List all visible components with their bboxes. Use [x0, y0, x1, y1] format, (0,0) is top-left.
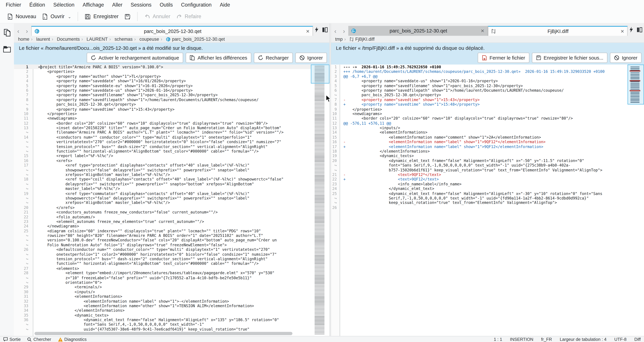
ignore-button-right[interactable]: Ignorer: [610, 53, 642, 63]
crumb-coupeuse[interactable]: coupeuse: [134, 37, 160, 42]
code-line: 25 <dynamic_elmt_text frame="false" Hali…: [331, 191, 644, 196]
ignore-icon: [614, 55, 619, 61]
code-line: 10 <newdiagrams>: [331, 111, 644, 116]
save-file-as-button[interactable]: Enregistrer le fichier sous...: [532, 53, 608, 63]
pane-splitter[interactable]: [329, 23, 331, 336]
tab-title: FjBjKI.diff: [498, 29, 618, 34]
left-editor-view[interactable]: 1<project title="Armoire PARC A BOIS" ve…: [14, 65, 329, 336]
crumb-diff-file[interactable]: FjBjKI.diff: [344, 37, 375, 42]
tab-parc-bois-right[interactable]: parc_bois_2025-12-30.qet ✕: [348, 26, 488, 36]
code-line: ↪ uuid="{477d5307-38e6-48f9-9c41-7ee6cad…: [14, 327, 329, 331]
code-line: 26: [331, 205, 644, 210]
highlighting-mode[interactable]: Diff: [634, 337, 641, 342]
diff-file-icon: [350, 37, 354, 41]
ignore-button-left[interactable]: Ignorer: [295, 53, 327, 63]
code-line: ↪ tension_protocol="" bus="" dash-size="…: [14, 257, 329, 261]
history-forward-button[interactable]: ›: [22, 26, 31, 36]
minimap-viewport[interactable]: [628, 65, 644, 104]
search-toggle[interactable]: Chercher: [27, 337, 51, 342]
close-file-button[interactable]: Fermer le fichier: [478, 53, 529, 63]
crumb-tmp[interactable]: tmp: [334, 37, 344, 42]
code-line: 6 <property name="savedfilepath" show="1…: [331, 88, 644, 93]
crumb-schemas[interactable]: schemas: [108, 37, 134, 42]
crumb-file[interactable]: parc_bois_2025-12-30.qet: [160, 37, 226, 42]
history-back-button[interactable]: ‹: [331, 26, 340, 36]
redo-button[interactable]: Refaire: [173, 12, 204, 21]
right-editor-view[interactable]: 1--- -» 2026-01-16 15:49:25.762922650 +0…: [331, 65, 644, 336]
code-line: 9 <property name="savedtime" show="1">15…: [14, 107, 329, 111]
open-dropdown-chevron[interactable]: ⌄: [68, 14, 72, 19]
output-toggle[interactable]: Sortie: [3, 337, 21, 342]
code-line: 22 <folio_autonums/>: [14, 215, 329, 219]
documents-toolview-icon[interactable]: [3, 29, 11, 37]
reload-button[interactable]: Recharger: [254, 53, 293, 63]
show-diff-button[interactable]: Afficher les différences: [186, 53, 251, 63]
save-button[interactable]: Enregistrer: [82, 12, 122, 21]
menu-outils[interactable]: Outils: [156, 0, 177, 10]
crumb-documents[interactable]: Documents: [51, 37, 81, 42]
crumb-LAURENT[interactable]: LAURENT: [81, 37, 108, 42]
tab-parc-bois-left[interactable]: parc_bois_2025-12-30.qet ✕: [31, 26, 313, 36]
menu-configuration[interactable]: Configuration: [177, 0, 216, 10]
right-disk-change-notification: Le fichier « /tmp/FjBjKI.diff » a été su…: [331, 43, 644, 65]
crumb-laurent[interactable]: laurent: [30, 37, 51, 42]
tab-close-icon[interactable]: ✕: [478, 28, 484, 34]
code-line: 23 <info_name>label</info_name>: [331, 182, 644, 186]
code-line: ↪ xrefpos="AlignBottom" master_label="%F…: [14, 172, 329, 177]
tab-close-icon[interactable]: ✕: [304, 29, 310, 34]
toolbar-separator: [137, 12, 138, 21]
tab-diff-file[interactable]: FjBjKI.diff ✕: [488, 26, 628, 36]
auto-reload-button[interactable]: Activer le rechargement automatique: [86, 53, 183, 63]
right-minimap-scrollbar[interactable]: [628, 65, 644, 336]
save-as-button[interactable]: [122, 12, 134, 21]
menu-bar: Fichier Édition Sélection Affichage Alle…: [0, 0, 644, 10]
menu-sessions[interactable]: Sessions: [126, 0, 156, 10]
save-file-as-label: Enregistrer le fichier sous...: [544, 55, 603, 61]
crumb-home[interactable]: home: [17, 37, 30, 42]
split-view-icon[interactable]: [322, 27, 328, 32]
history-forward-button[interactable]: ›: [340, 26, 348, 36]
notification-message: Le fichier « /tmp/FjBjKI.diff » a été su…: [336, 45, 485, 51]
filesystem-toolview-icon[interactable]: [3, 46, 11, 53]
code-line: 18 <xref type="coil" displayhas="contact…: [14, 177, 329, 182]
code-line: ↪ onetextperfolio="1" color2="#000000" h…: [14, 252, 329, 257]
left-minimap-scrollbar[interactable]: [311, 65, 329, 336]
minimap-viewport[interactable]: [311, 65, 329, 83]
code-line: 21 <conductors_autonums freeze_new_condu…: [14, 210, 329, 215]
menu-aide[interactable]: Aide: [216, 0, 234, 10]
diagnostics-toggle[interactable]: Diagnostics: [58, 337, 87, 342]
dictionary[interactable]: fr_FR: [541, 337, 552, 342]
menu-edition[interactable]: Édition: [25, 0, 49, 10]
code-line: ↪ version="0.100.0-dev" freezeNewConduct…: [14, 238, 329, 243]
input-mode[interactable]: INSERTION: [510, 337, 533, 342]
code-line: 17 <xref type="protection" displayhas="c…: [14, 163, 329, 168]
show-diff-label: Afficher les différences: [198, 55, 247, 61]
split-view-icon[interactable]: [636, 27, 642, 32]
undo-label: Annuler: [152, 14, 170, 19]
code-line: 3 <property name="author" show="1">TL</p…: [14, 74, 329, 79]
menu-selection[interactable]: Sélection: [49, 0, 79, 10]
save-label: Enregistrer: [94, 14, 118, 19]
code-line: ↪ z="10" freezeLabel="false" prefix="" u…: [14, 275, 329, 280]
code-line: ↪ parc_bois_2025-12-30.qet</property>: [331, 93, 644, 97]
horizontal-scrollbar-thumb[interactable]: [34, 332, 292, 335]
menu-fichier[interactable]: Fichier: [2, 0, 25, 10]
quick-open-icon[interactable]: [629, 27, 633, 33]
history-back-button[interactable]: ‹: [14, 26, 22, 36]
redo-label: Refaire: [185, 14, 201, 19]
tab-width[interactable]: Largeur de tabulation : 4: [560, 337, 606, 342]
encoding[interactable]: UTF-8: [614, 337, 626, 342]
horizontal-scrollbar[interactable]: [34, 332, 309, 335]
open-button[interactable]: Ouvrir ⌄: [39, 12, 74, 21]
menu-aller[interactable]: Aller: [108, 0, 126, 10]
cursor-position[interactable]: 1 : 1: [494, 337, 502, 342]
code-line: ↪ delayprefix="" switchprefix="" powerpr…: [14, 182, 329, 186]
open-icon: [42, 13, 48, 20]
new-document-button[interactable]: Nouveau: [4, 12, 39, 21]
quick-open-icon[interactable]: [314, 27, 318, 33]
tab-close-icon[interactable]: ✕: [618, 29, 624, 34]
right-editor-pane: ‹ › parc_bois_2025-12-30.qet ✕ FjBjKI.di…: [331, 23, 644, 336]
code-line: 26 <defaultconductor num="" conductor_co…: [14, 247, 329, 252]
undo-button[interactable]: Annuler: [141, 12, 173, 21]
menu-affichage[interactable]: Affichage: [78, 0, 108, 10]
